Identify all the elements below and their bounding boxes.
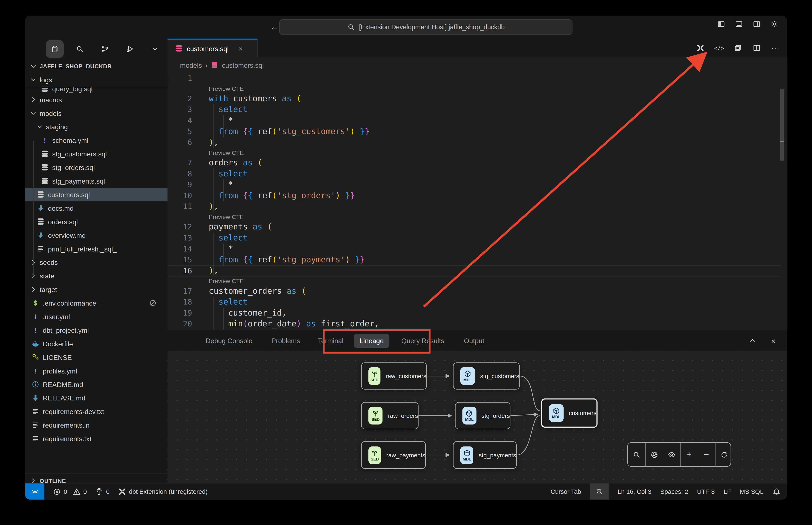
ellipsis-icon[interactable]: ··· [769, 42, 782, 54]
tree-item-readme-md[interactable]: README.md [25, 377, 167, 391]
tree-item-stg-customers-sql[interactable]: stg_customers.sql [25, 147, 167, 161]
activity-source-control[interactable] [96, 40, 114, 58]
tree-item-staging[interactable]: staging [25, 120, 167, 134]
activity-more-views[interactable] [146, 40, 164, 58]
panel-tab-lineage[interactable]: Lineage [354, 330, 389, 351]
editor-scrollbar[interactable] [780, 89, 784, 161]
lineage-node-stg_orders[interactable]: MDLstg_orders [455, 402, 511, 429]
md-arrow-icon [36, 204, 45, 212]
panel-tab-output[interactable]: Output [464, 330, 484, 351]
plus-button[interactable]: + [681, 443, 698, 466]
tree-item-user-yml[interactable]: !.user.yml [25, 310, 167, 324]
tree-item-requirements-dev-txt[interactable]: requirements-dev.txt [25, 405, 167, 418]
aperture-button[interactable] [646, 443, 663, 466]
tree-item-query-log-sql[interactable]: query_log.sql [25, 87, 167, 93]
codelens-preview-cte[interactable]: Preview CTE [209, 148, 244, 158]
token: } [360, 255, 365, 265]
layout-sidebar-right-icon[interactable] [750, 18, 763, 30]
status-item-zoom-indicator[interactable] [590, 483, 609, 499]
search-button[interactable] [628, 443, 645, 466]
status-item-notifications[interactable] [772, 487, 781, 496]
lineage-node-stg_payments[interactable]: MDLstg_payments [453, 441, 517, 469]
tree-item-models[interactable]: models [25, 106, 167, 120]
codelens-preview-cte[interactable]: Preview CTE [209, 84, 244, 93]
dbt-icon[interactable] [694, 42, 707, 54]
breadcrumb-item[interactable]: customers.sql [222, 61, 264, 69]
status-item-dbt-extension[interactable]: dbt Extension (unregistered) [118, 487, 208, 496]
token [238, 255, 243, 265]
code-editor[interactable]: 1Preview CTE2with customers as (3 select… [167, 73, 787, 330]
tree-item-target[interactable]: target [25, 283, 167, 296]
tree-item-profiles-yml[interactable]: !profiles.yml [25, 364, 167, 377]
codelens-preview-cte[interactable]: Preview CTE [209, 276, 244, 286]
refresh-button[interactable] [715, 443, 733, 466]
panel-tab-terminal[interactable]: Terminal [318, 330, 343, 351]
codelens-preview-cte[interactable]: Preview CTE [209, 212, 244, 222]
tree-item-release-md[interactable]: RELEASE.md [25, 391, 167, 405]
tree-item-docs-md[interactable]: docs.md [25, 201, 167, 215]
tab-customers-sql[interactable]: customers.sql × [167, 39, 258, 57]
line-number: 4 [167, 115, 192, 126]
tree-item-requirements-txt[interactable]: requirements.txt [25, 432, 167, 446]
history-back-icon[interactable]: ← [270, 22, 279, 32]
tree-item-license[interactable]: LICENSE [25, 350, 167, 364]
token: as [282, 94, 292, 103]
tree-item-print-full-refresh-sql[interactable]: print_full_refresh._sql_ [25, 242, 167, 255]
breadcrumb[interactable]: models›customers.sql [167, 57, 787, 73]
lineage-node-raw_orders[interactable]: SEDraw_orders [361, 402, 418, 429]
token: , [213, 202, 219, 211]
panel-tab-query-results[interactable]: Query Results [401, 330, 444, 351]
layout-sidebar-left-icon[interactable] [715, 18, 727, 30]
table-report-icon[interactable] [732, 42, 744, 54]
gear-icon[interactable] [768, 18, 781, 30]
remote-indicator[interactable]: >< [25, 483, 44, 499]
close-tab-icon[interactable]: × [239, 45, 243, 52]
tree-item-seeds[interactable]: seeds [25, 255, 167, 269]
lineage-node-raw_customers[interactable]: SEDraw_customers [361, 362, 427, 390]
status-item-language-mode[interactable]: MS SQL [740, 488, 763, 495]
lineage-canvas[interactable]: SEDraw_customersMDLstg_customersSEDraw_o… [167, 351, 787, 499]
code-icon[interactable]: </> [713, 42, 725, 54]
tree-item-stg-orders-sql[interactable]: stg_orders.sql [25, 161, 167, 174]
status-item-indentation[interactable]: Spaces: 2 [660, 488, 688, 495]
activity-explorer[interactable] [46, 40, 64, 58]
tree-item-dockerfile[interactable]: Dockerfile [25, 337, 167, 350]
tree-item-customers-sql[interactable]: customers.sql [25, 188, 167, 201]
tree-item-env-conformance[interactable]: $.env.conformance [25, 296, 167, 310]
tree-item-clipped[interactable]: query_log.sql [25, 87, 167, 93]
chevron-up-icon[interactable] [746, 334, 759, 347]
minus-button[interactable]: − [698, 443, 715, 466]
command-center[interactable]: [Extension Development Host] jaffle_shop… [279, 19, 573, 35]
status-item-cursor-position[interactable]: Ln 16, Col 3 [618, 488, 651, 495]
tree-item-orders-sql[interactable]: orders.sql [25, 215, 167, 228]
status-item-ports[interactable]: 0 [95, 487, 109, 496]
lineage-node-raw_payments[interactable]: SEDraw_payments [361, 441, 426, 469]
status-item-encoding[interactable]: UTF-8 [697, 488, 715, 495]
activity-run-debug[interactable] [121, 40, 139, 58]
explorer-section-header[interactable]: JAFFLE_SHOP_DUCKDB [25, 59, 167, 73]
tree-item-state[interactable]: state [25, 269, 167, 283]
panel-tab-debug-console[interactable]: Debug Console [206, 330, 252, 351]
tree-item-schema-yml[interactable]: !schema.yml [25, 134, 167, 147]
layout-panel-icon[interactable] [733, 18, 745, 30]
split-editor-icon[interactable] [750, 42, 763, 54]
line-number: 10 [167, 190, 192, 201]
close-icon[interactable]: × [767, 334, 780, 347]
tree-item-logs[interactable]: logs [25, 73, 167, 87]
tree-item-requirements-in[interactable]: requirements.in [25, 418, 167, 432]
tree-item-overview-md[interactable]: overview.md [25, 228, 167, 242]
lineage-node-customers[interactable]: MDLcustomers [541, 399, 597, 428]
tree-item-dbt-project-yml[interactable]: !dbt_project.yml [25, 324, 167, 337]
eye-button[interactable] [663, 443, 680, 466]
lineage-node-stg_customers[interactable]: MDLstg_customers [453, 362, 520, 390]
status-item-eol[interactable]: LF [724, 488, 731, 495]
status-item-problems[interactable]: 00 [53, 487, 87, 496]
activity-search[interactable] [71, 40, 89, 58]
badge-label: MDL [463, 378, 472, 382]
tree-item-macros[interactable]: macros [25, 93, 167, 106]
tree-item-stg-payments-sql[interactable]: stg_payments.sql [25, 174, 167, 188]
panel-tab-problems[interactable]: Problems [271, 330, 300, 351]
node-label: customers [569, 410, 596, 416]
status-item-cursor-tab[interactable]: Cursor Tab [551, 488, 581, 495]
breadcrumb-item[interactable]: models [180, 61, 202, 69]
